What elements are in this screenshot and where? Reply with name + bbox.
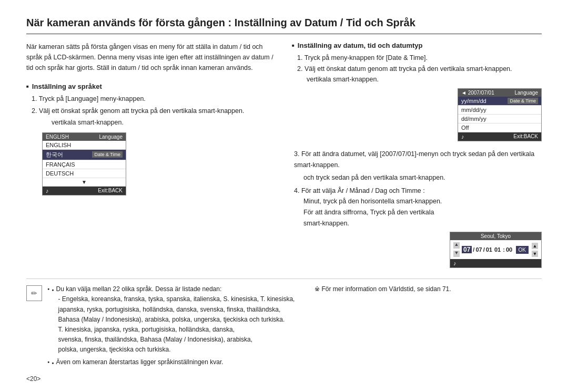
dt-header-right: Language — [515, 90, 539, 96]
wt-music-icon: ♪ — [453, 260, 457, 266]
lang-row-english: ENGLISH — [46, 142, 71, 148]
note-right-text: ※ För mer information om Världstid, se s… — [304, 284, 542, 367]
wt-up-arrow: ▲ — [453, 242, 460, 249]
step2-1: 1. Tryck på meny-knappen för [Date & Tim… — [297, 53, 542, 64]
lang-row-german: DEUTSCH — [46, 170, 74, 177]
lang-row-korean: 한국어 — [46, 151, 63, 159]
lang-row-french: FRANÇAIS — [46, 161, 75, 168]
step3-text2: och tryck sedan på den vertikala smart-k… — [294, 172, 542, 183]
dt-row-ddmmyy: dd/mm/yy — [461, 116, 486, 122]
dt-menu-music-icon: ♪ — [461, 133, 464, 140]
language-menu-mockup: ENGLISH Language ENGLISH 한국어 Date & Time… — [42, 132, 126, 195]
note-indent-4: polska, ungerska, tjeckiska och turkiska… — [56, 345, 299, 355]
wt-nav-down: ▼ — [532, 251, 538, 257]
wt-header: Seoul, Tokyo — [450, 232, 541, 240]
step4-text1: 4. För att välja År / Månad / Dag och Ti… — [294, 185, 542, 197]
notes-section: ✏ ● Du kan välja mellan 22 olika språk. … — [26, 278, 542, 367]
step1-2: 2. Välj ett önskat språk genom att tryck… — [26, 106, 276, 117]
step4-text4: smart-knappen. — [294, 218, 542, 229]
step2-2: 2. Välj ett önskat datum genom att tryck… — [297, 64, 542, 75]
lang-menu-header-left: ENGLISH — [46, 134, 69, 140]
note-bullet2: Även om kameran återstartas ligger språk… — [56, 357, 223, 367]
world-time-note: ※ För mer information om Världstid, se s… — [315, 285, 451, 293]
wt-time-value: 07 / 07 / 01 01 : 00 — [462, 246, 514, 253]
step4-text3: För att ändra siffrorna, Tryck på den ve… — [294, 207, 542, 218]
section2-title: Inställning av datum, tid och datumtyp — [292, 42, 542, 49]
step1-2b: vertikala smart-knappen. — [26, 117, 276, 128]
wt-down-arrow: ▼ — [453, 251, 460, 257]
lang-menu-music-icon: ♪ — [46, 188, 49, 194]
note-content: ● Du kan välja mellan 22 olika språk. De… — [47, 284, 299, 367]
step3-text: 3. För att ändra datumet, välj [2007/07/… — [294, 149, 542, 170]
page-title: När kameran används för första gången : … — [26, 16, 542, 34]
wt-ok-button: OK — [516, 246, 529, 254]
step4-text2: Minut, tryck på den horisontella smart-k… — [294, 196, 542, 207]
section1-title: Inställning av språket — [26, 82, 276, 90]
dt-row-off: Off — [461, 125, 469, 131]
dt-menu-exit: Exit:BACK — [513, 133, 538, 139]
note-icon: ✏ — [26, 285, 42, 301]
lang-menu-header-right: Language — [99, 134, 123, 140]
note-bullet1-indent: - Engelska, koreanska, franska, tyska, s… — [56, 294, 299, 325]
datetime-menu-mockup: ◄ 2007/07/01 Language yy/mm/dd Date & Ti… — [458, 88, 542, 141]
note-bullet1: Du kan välja mellan 22 olika språk. Dess… — [56, 284, 299, 294]
dt-row-mmddyy: mm/dd/yy — [461, 107, 486, 113]
world-time-mockup: Seoul, Tokyo ▲ ▼ 07 / 07 / 01 01 : 00 — [450, 232, 542, 268]
page-number: <20> — [26, 375, 40, 383]
step2-2b: vertikala smart-knappen. — [297, 74, 542, 85]
note-indent-2: T. kinesiska, japanska, ryska, portugisi… — [56, 325, 299, 335]
dt-header-left: ◄ 2007/07/01 — [461, 90, 494, 96]
wt-nav-up: ▲ — [532, 243, 538, 249]
intro-text: När kameran sätts på första gången visas… — [26, 42, 276, 73]
lang-menu-exit: Exit:BACK — [98, 188, 123, 193]
lang-menu-down-arrow: ▼ — [82, 179, 87, 185]
step1-1: 1. Tryck på [Language] meny-knappen. — [26, 94, 276, 105]
dt-row-yymmdd: yy/mm/dd — [461, 98, 486, 104]
note-indent-3: svenska, finska, thailändska, Bahasa (Ma… — [56, 335, 299, 345]
